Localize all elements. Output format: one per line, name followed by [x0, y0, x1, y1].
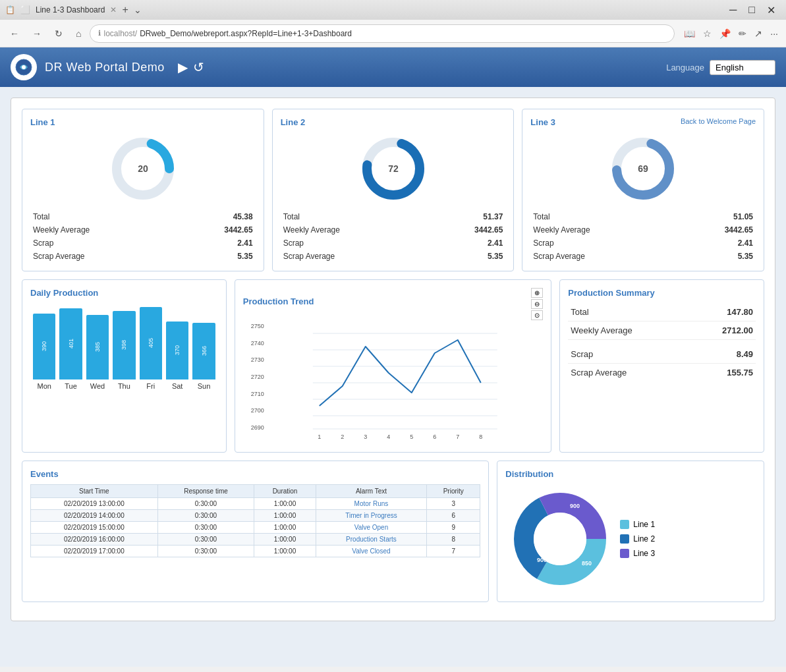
dashboard-container: Line 1 20 Total45.38 Weekly Average3442.… [11, 98, 775, 621]
app-title: DR Web Portal Demo [45, 61, 165, 74]
menu-icon[interactable]: ··· [768, 26, 781, 42]
bar-thu-value: 398 [121, 340, 127, 350]
bar-mon: 390 Mon [33, 314, 55, 390]
event-response-1: 0:30:00 [157, 498, 254, 510]
event-priority-1: 3 [427, 498, 480, 510]
summary-total-label: Total [571, 307, 588, 317]
bookmark-icon[interactable]: ☆ [700, 26, 714, 42]
event-start-2: 02/20/2019 14:00:00 [31, 510, 158, 522]
l2-wavg-value: 3442.65 [474, 225, 503, 235]
l3-scrap-value: 2.41 [738, 238, 753, 248]
distribution-inner: 900 900 850 Line 1 Lin [505, 484, 756, 594]
event-alarm-4: Production Starts [316, 534, 426, 546]
sync-button[interactable]: ↺ [193, 59, 204, 75]
line3-header: Line 3 Back to Welcome Page [530, 117, 756, 132]
back-button[interactable]: ← [5, 25, 24, 42]
bar-tue-value: 401 [68, 339, 74, 349]
close-button[interactable]: ✕ [762, 3, 781, 18]
lock-icon: ℹ [98, 29, 101, 38]
trend-svg-wrapper: 1 2 3 4 5 6 7 8 [267, 320, 544, 444]
window-tab-icon: ⬜ [20, 5, 30, 14]
new-tab-icon[interactable]: + [122, 4, 128, 16]
line1-title: Line 1 [30, 117, 256, 127]
zoom-reset-button[interactable]: ⊙ [531, 310, 543, 320]
y-label-2740: 2740 [243, 340, 264, 347]
svg-text:4: 4 [387, 434, 390, 440]
bar-thu-label: Thu [118, 382, 130, 390]
language-select[interactable]: English German French [710, 60, 775, 75]
line3-donut: 69 [607, 132, 679, 205]
minimize-button[interactable]: ─ [724, 3, 742, 18]
legend-label-line1: Line 1 [633, 520, 655, 529]
edit-icon[interactable]: ✏ [736, 26, 749, 42]
col-response-time: Response time [157, 485, 254, 498]
l3-total-value: 51.05 [733, 212, 753, 221]
refresh-button[interactable]: ↻ [50, 25, 67, 42]
svg-text:1: 1 [318, 434, 321, 440]
l1-scrap-value: 2.41 [237, 238, 252, 248]
play-button[interactable]: ▶ [178, 59, 188, 75]
window-controls: ─ □ ✕ [724, 3, 781, 18]
event-response-4: 0:30:00 [157, 534, 254, 546]
line1-card: Line 1 20 Total45.38 Weekly Average3442.… [22, 109, 264, 271]
event-start-3: 02/20/2019 15:00:00 [31, 522, 158, 534]
browser-toolbar: ← → ↻ ⌂ ℹ localhost/DRweb_Demo/webreport… [0, 20, 786, 47]
summary-scrap-value: 8.49 [737, 349, 753, 359]
bar-fri-value: 405 [148, 338, 154, 348]
url-protocol: localhost/ [103, 29, 137, 38]
svg-text:69: 69 [638, 163, 648, 174]
svg-text:6: 6 [433, 434, 436, 440]
l3-wavg-value: 3442.65 [725, 225, 753, 235]
reader-view-icon[interactable]: 📖 [681, 26, 698, 42]
summary-scrapavg-row: Scrap Average 155.75 [568, 364, 756, 381]
line2-card: Line 2 72 Total51.37 Weekly Average3442.… [272, 109, 515, 271]
forward-button[interactable]: → [28, 25, 46, 42]
l2-total-label: Total [283, 212, 300, 221]
l3-scrapavg-value: 5.35 [738, 252, 753, 261]
bar-sat-bar: 370 [166, 322, 188, 379]
bar-tue: 401 Tue [59, 308, 82, 390]
share-icon[interactable]: ↗ [752, 26, 765, 42]
l3-scrap-label: Scrap [533, 238, 553, 248]
back-to-welcome-link[interactable]: Back to Welcome Page [681, 117, 756, 125]
events-table: Start Time Response time Duration Alarm … [30, 484, 480, 557]
app-logo [11, 54, 37, 80]
bar-wed-label: Wed [90, 382, 105, 390]
line1-donut: 20 [107, 132, 179, 205]
event-row-4: 02/20/2019 16:00:00 0:30:00 1:00:00 Prod… [31, 534, 480, 546]
bar-sun-label: Sun [198, 382, 211, 390]
event-duration-1: 1:00:00 [254, 498, 316, 510]
l2-total-value: 51.37 [483, 212, 503, 221]
event-row-1: 02/20/2019 13:00:00 0:30:00 1:00:00 Moto… [31, 498, 480, 510]
events-title: Events [30, 469, 480, 479]
home-button[interactable]: ⌂ [71, 25, 86, 42]
svg-text:20: 20 [138, 163, 148, 174]
event-priority-4: 8 [427, 534, 480, 546]
zoom-out-button[interactable]: ⊖ [531, 299, 543, 309]
language-section: Language English German French [666, 60, 775, 75]
legend-line3: Line 3 [620, 549, 655, 558]
y-label-2750: 2750 [243, 323, 264, 329]
bar-tue-bar: 401 [59, 308, 82, 379]
svg-text:3: 3 [364, 434, 367, 440]
summary-total-row: Total 147.80 [568, 303, 756, 322]
pin-icon[interactable]: 📌 [717, 26, 733, 42]
y-label-2700: 2700 [243, 407, 264, 414]
l2-scrap-label: Scrap [283, 238, 304, 248]
maximize-button[interactable]: □ [743, 3, 760, 18]
col-priority: Priority [427, 485, 480, 498]
col-duration: Duration [254, 485, 316, 498]
l2-wavg-label: Weekly Average [283, 225, 340, 235]
legend-label-line2: Line 2 [633, 534, 655, 544]
event-response-3: 0:30:00 [157, 522, 254, 534]
event-alarm-5: Valve Closed [316, 546, 426, 557]
legend-color-line1 [620, 520, 629, 529]
tab-menu-icon[interactable]: ⌄ [134, 5, 142, 15]
zoom-in-button[interactable]: ⊕ [531, 288, 543, 298]
close-tab-icon[interactable]: ✕ [110, 5, 117, 14]
trend-svg: 1 2 3 4 5 6 7 8 [267, 320, 544, 442]
svg-text:2: 2 [341, 434, 344, 440]
app-header: DR Web Portal Demo ▶ ↺ Language English … [0, 47, 786, 87]
distribution-card: Distribution 9 [497, 461, 764, 602]
address-bar[interactable]: ℹ localhost/DRweb_Demo/webreport.aspx?Re… [90, 24, 675, 43]
